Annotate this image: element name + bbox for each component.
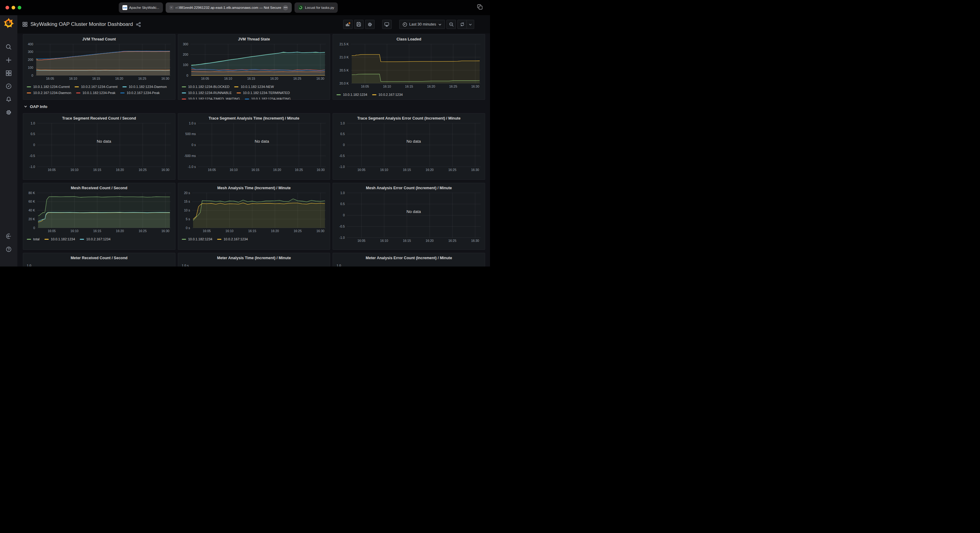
svg-text:16:25: 16:25 bbox=[138, 77, 146, 80]
svg-text:16:05: 16:05 bbox=[358, 168, 366, 171]
refresh-button[interactable] bbox=[457, 20, 467, 29]
legend-item[interactable]: total bbox=[27, 236, 40, 242]
dashboard-body: JVM Thread Count16:0516:1016:1516:2016:2… bbox=[18, 33, 490, 266]
legend-item[interactable]: 10.0.1.182:1234-NEW bbox=[234, 84, 274, 90]
row-header-oap-info[interactable]: OAP Info bbox=[23, 100, 485, 113]
svg-text:16:20: 16:20 bbox=[271, 229, 278, 233]
legend-item[interactable]: 10.0.1.182:1234 bbox=[337, 92, 367, 98]
svg-text:1.0: 1.0 bbox=[340, 121, 345, 125]
svg-text:-0.5: -0.5 bbox=[339, 154, 345, 158]
legend-item[interactable]: 10.0.1.182:1234-TERMINATED bbox=[237, 90, 290, 96]
sign-out-icon[interactable] bbox=[5, 233, 12, 240]
legend-item[interactable]: 10.0.1.182:1234-BLOCKED bbox=[182, 84, 230, 90]
legend-color-dash bbox=[123, 86, 127, 87]
tab-options-icon[interactable]: ••• bbox=[283, 5, 288, 10]
legend-item[interactable]: 10.0.2.167:1234 bbox=[80, 236, 111, 242]
svg-text:15 s: 15 s bbox=[184, 200, 190, 203]
panel-title-mesh-analysis-error[interactable]: Mesh Analysis Error Count (Increment) / … bbox=[336, 185, 482, 191]
legend-color-dash bbox=[76, 92, 80, 94]
legend-item[interactable]: 10.0.1.182:1234-TIMED_WAITING bbox=[182, 96, 240, 100]
legend-class-loaded: 10.0.1.182:123410.0.2.167:1234 bbox=[336, 92, 482, 98]
panel-title-meter-received[interactable]: Meter Received Count / Second bbox=[26, 255, 172, 261]
legend-item[interactable]: 10.0.2.167:1234-Daemon bbox=[27, 90, 71, 96]
tv-cycle-button[interactable] bbox=[382, 20, 391, 29]
share-icon[interactable] bbox=[136, 22, 141, 27]
dashboards-icon[interactable] bbox=[5, 70, 12, 76]
legend-item[interactable]: 10.0.1.182:1234-Peak bbox=[76, 90, 115, 96]
svg-text:-0.5: -0.5 bbox=[339, 225, 345, 228]
explore-compass-icon[interactable] bbox=[5, 83, 12, 89]
tab-overview-icon[interactable] bbox=[477, 4, 483, 11]
panel-title-jvm-thread-count[interactable]: JVM Thread Count bbox=[26, 36, 172, 42]
window-zoom-button[interactable] bbox=[18, 6, 21, 10]
grafana-main: SkyWalking OAP Cluster Monitor Dashboard bbox=[18, 15, 490, 266]
panel-title-meter-analysis-time[interactable]: Meter Analysis Time (Increment) / Minute bbox=[181, 255, 327, 261]
dashboard-title[interactable]: SkyWalking OAP Cluster Monitor Dashboard bbox=[30, 21, 133, 27]
legend-color-dash bbox=[75, 86, 79, 87]
svg-text:16:25: 16:25 bbox=[449, 239, 457, 243]
legend-item[interactable]: 10.0.2.167:1234 bbox=[372, 92, 403, 98]
legend-item[interactable]: 10.0.1.182:1234 bbox=[182, 236, 213, 242]
tab-title: Locust for tasks.py bbox=[305, 6, 334, 10]
panel-title-trace-segment-analysis-error[interactable]: Trace Segment Analysis Error Count (Incr… bbox=[336, 115, 482, 121]
zoom-out-time-button[interactable] bbox=[447, 20, 456, 29]
panel-mesh-analysis-error: Mesh Analysis Error Count (Increment) / … bbox=[332, 183, 485, 250]
legend-label: 10.0.2.167:1234 bbox=[86, 236, 111, 242]
svg-text:16:20: 16:20 bbox=[427, 84, 435, 88]
time-range-picker[interactable]: Last 30 minutes bbox=[399, 20, 445, 29]
panel-title-meter-analysis-error[interactable]: Meter Analysis Error Count (Increment) /… bbox=[336, 255, 482, 261]
svg-text:16:20: 16:20 bbox=[426, 168, 434, 171]
svg-text:16:20: 16:20 bbox=[270, 77, 278, 80]
svg-text:No data: No data bbox=[97, 139, 111, 144]
legend-item[interactable]: 10.0.1.182:1234-Current bbox=[27, 84, 70, 90]
svg-text:0: 0 bbox=[343, 213, 345, 217]
svg-text:21.0 K: 21.0 K bbox=[340, 56, 349, 59]
svg-text:16:25: 16:25 bbox=[138, 168, 146, 171]
legend-item[interactable]: 10.0.2.167:1234 bbox=[217, 236, 248, 242]
svg-text:21.5 K: 21.5 K bbox=[340, 42, 349, 46]
svg-text:No data: No data bbox=[407, 209, 421, 214]
legend-item[interactable]: 10.0.2.167:1234-Current bbox=[75, 84, 118, 90]
svg-text:16:05: 16:05 bbox=[201, 77, 209, 80]
clock-icon bbox=[402, 22, 407, 27]
legend-item[interactable]: 10.0.1.182:1234-Daemon bbox=[123, 84, 167, 90]
refresh-interval-dropdown[interactable] bbox=[467, 20, 474, 29]
legend-color-dash bbox=[27, 239, 31, 240]
browser-tab-active[interactable]: ✕ e0881eed4-22961232.ap-east-1.elb.amazo… bbox=[165, 2, 292, 13]
alerting-bell-icon[interactable] bbox=[5, 96, 12, 103]
svg-text:16:10: 16:10 bbox=[70, 229, 78, 233]
panel-title-mesh-analysis-time[interactable]: Mesh Analysis Time (Increment) / Minute bbox=[181, 185, 327, 191]
window-close-button[interactable] bbox=[5, 6, 9, 10]
svg-text:16:05: 16:05 bbox=[46, 77, 54, 80]
search-icon[interactable] bbox=[5, 44, 12, 50]
panel-class-loaded: Class Loaded16:0516:1016:1516:2016:2516:… bbox=[332, 34, 485, 100]
tab-close-icon[interactable]: ✕ bbox=[169, 5, 173, 10]
grafana-logo-icon[interactable] bbox=[3, 17, 14, 29]
svg-text:20.5 K: 20.5 K bbox=[340, 68, 349, 72]
add-panel-button[interactable] bbox=[343, 20, 353, 29]
panel-title-jvm-thread-state[interactable]: JVM Thread State bbox=[181, 36, 327, 42]
svg-text:16:15: 16:15 bbox=[405, 84, 413, 88]
browser-tab-locust[interactable]: Locust for tasks.py bbox=[294, 2, 338, 13]
save-dashboard-button[interactable] bbox=[354, 20, 364, 29]
svg-text:16:10: 16:10 bbox=[224, 77, 232, 80]
panel-title-class-loaded[interactable]: Class Loaded bbox=[336, 36, 482, 42]
panel-title-trace-segment-analysis-time[interactable]: Trace Segment Analysis Time (Increment) … bbox=[181, 115, 327, 121]
svg-text:-0.5: -0.5 bbox=[30, 154, 35, 158]
create-plus-icon[interactable] bbox=[5, 57, 12, 63]
panel-title-trace-segment-received[interactable]: Trace Segment Received Count / Second bbox=[26, 115, 172, 121]
svg-text:0: 0 bbox=[31, 74, 33, 77]
panel-title-mesh-received[interactable]: Mesh Received Count / Second bbox=[26, 185, 172, 191]
browser-tab-skywalking[interactable]: SW Apache SkyWalki... bbox=[119, 2, 163, 13]
window-minimize-button[interactable] bbox=[11, 6, 15, 10]
svg-text:100: 100 bbox=[28, 66, 33, 69]
legend-item[interactable]: 10.0.1.182:1234 bbox=[45, 236, 75, 242]
configuration-gear-icon[interactable] bbox=[5, 109, 12, 116]
legend-item[interactable]: 10.0.1.182:1234-RUNNABLE bbox=[182, 90, 232, 96]
svg-text:16:05: 16:05 bbox=[361, 84, 369, 88]
svg-text:0: 0 bbox=[33, 143, 35, 147]
legend-item[interactable]: 10.0.2.167:1234-Peak bbox=[120, 90, 159, 96]
legend-item[interactable]: 10.0.1.182:1234-WAITING bbox=[245, 96, 291, 100]
dashboard-settings-button[interactable] bbox=[365, 20, 375, 29]
help-icon[interactable] bbox=[5, 246, 12, 252]
